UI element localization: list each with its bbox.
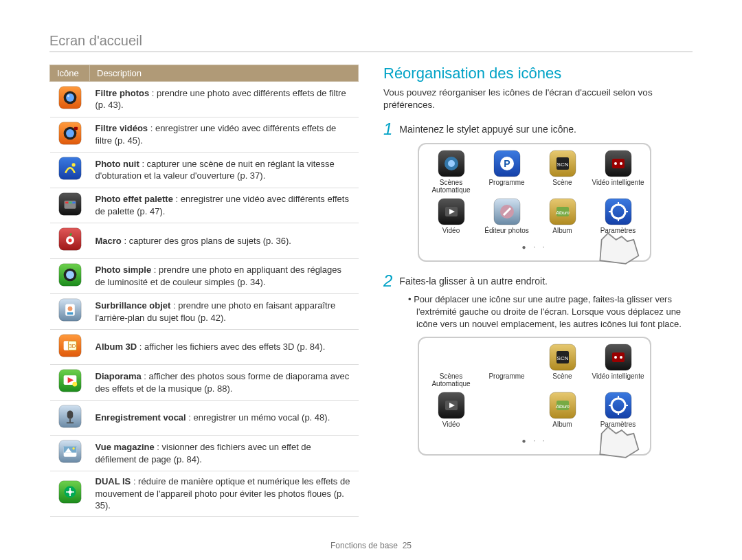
icon-table-column: Icône Description Filtre photos : prendr… (49, 65, 359, 517)
hand-pointer-icon (594, 418, 642, 460)
svg-rect-34 (67, 410, 73, 418)
svg-rect-55 (612, 159, 625, 168)
step-2-number: 2 (383, 273, 392, 289)
app-label: Vidéo intelligente (592, 372, 644, 386)
svg-point-3 (67, 95, 69, 97)
app-icon[interactable]: AlbumAlbum (536, 392, 589, 434)
svg-text:SCN: SCN (556, 161, 568, 168)
table-row: DUAL IS : réduire de manière optique et … (50, 471, 359, 517)
table-row: Vue magazine : visionner des fichiers av… (50, 436, 359, 471)
app-label: Vidéo (442, 227, 460, 240)
app-icon[interactable]: Programme (480, 344, 533, 388)
app-icon[interactable]: Scènes Automatique (425, 344, 477, 388)
svg-point-44 (68, 491, 71, 494)
app-icon[interactable]: Vidéo intelligente (592, 344, 644, 388)
step-1-text: Maintenez le stylet appuyé sur une icône… (399, 121, 576, 135)
section-title: Réorganisation des icônes (383, 65, 693, 82)
svg-point-2 (66, 93, 74, 102)
row-desc: Macro : capturer des gros plans de sujet… (90, 223, 359, 259)
app-label: Programme (488, 179, 524, 192)
row-icon (50, 117, 90, 153)
row-desc: Surbrillance objet : prendre une photo e… (90, 294, 359, 330)
svg-text:Album: Album (555, 404, 570, 409)
svg-point-17 (68, 238, 71, 242)
app-label: Scènes Automatique (425, 372, 477, 388)
table-row: Diaporama : afficher des photos sous for… (50, 365, 359, 401)
row-desc: Vue magazine : visionner des fichiers av… (90, 436, 359, 471)
table-row: Enregistrement vocal : enregistrer un mé… (50, 400, 359, 436)
table-row: Filtre vidéos : enregistrer une vidéo av… (50, 117, 359, 153)
step-2: 2 Faites-la glisser à un autre endroit. (383, 273, 693, 289)
mock-screen-2: Scènes AutomatiqueProgrammeSCNScèneVidéo… (418, 337, 651, 456)
app-icon[interactable]: Scènes Automatique (425, 150, 477, 194)
app-label: Album (552, 421, 572, 434)
svg-rect-24 (67, 313, 73, 315)
app-label: Scène (552, 179, 572, 192)
row-icon (50, 436, 90, 471)
svg-rect-12 (65, 201, 68, 203)
app-label: Scène (552, 372, 572, 386)
app-icon[interactable]: AlbumAlbum (536, 198, 589, 240)
row-desc: Album 3D : afficher les fichiers avec de… (90, 329, 359, 365)
row-icon (50, 400, 90, 436)
row-desc: Photo effet palette : enregistrer une vi… (90, 188, 359, 223)
hand-pointer-icon (594, 225, 642, 266)
app-label: Album (552, 227, 572, 240)
table-row: 3DAlbum 3D : afficher les fichiers avec … (50, 329, 359, 365)
svg-point-80 (620, 356, 622, 359)
mock-screen-1: Scènes AutomatiquePProgrammeSCNScèneVidé… (418, 143, 651, 262)
section-intro: Vous pouvez réorganiser les icônes de l'… (383, 87, 693, 111)
table-row: Surbrillance objet : prendre une photo e… (50, 294, 359, 330)
svg-rect-13 (69, 201, 71, 203)
row-icon (50, 82, 90, 117)
svg-rect-77 (612, 352, 625, 362)
app-label: Éditeur photos (484, 227, 529, 240)
svg-point-23 (67, 306, 72, 311)
row-desc: Photo simple : prendre une photo en appl… (90, 258, 359, 294)
row-desc: Filtre photos : prendre une photo avec d… (90, 82, 359, 117)
row-desc: Diaporama : afficher des photos sous for… (90, 365, 359, 401)
app-icon[interactable]: SCNScène (536, 150, 589, 194)
svg-point-9 (71, 163, 75, 166)
app-icon[interactable] (480, 392, 533, 434)
svg-rect-7 (74, 126, 77, 129)
row-icon (50, 471, 90, 517)
table-row: Macro : capturer des gros plans de sujet… (50, 223, 359, 259)
svg-text:3D: 3D (69, 343, 76, 349)
table-row: Photo effet palette : enregistrer une vi… (50, 188, 359, 223)
icon-description-table: Icône Description Filtre photos : prendr… (49, 65, 359, 517)
th-icon: Icône (50, 65, 90, 82)
svg-text:P: P (504, 158, 510, 169)
svg-rect-14 (72, 201, 75, 203)
app-icon[interactable]: SCNScène (536, 344, 589, 388)
svg-point-20 (66, 271, 74, 279)
svg-text:Album: Album (555, 210, 570, 215)
row-icon (50, 223, 90, 259)
step-2-sub: Pour déplacer une icône sur une autre pa… (408, 293, 693, 330)
svg-rect-36 (66, 422, 73, 423)
app-icon[interactable]: Éditeur photos (480, 198, 533, 240)
page-footer: Fonctions de base 25 (0, 541, 742, 550)
app-label: Vidéo (442, 421, 460, 434)
svg-point-79 (614, 356, 617, 359)
row-icon: 3D (50, 329, 90, 365)
row-desc: DUAL IS : réduire de manière optique et … (90, 471, 359, 517)
app-icon[interactable]: Vidéo (425, 392, 477, 434)
step-1: 1 Maintenez le stylet appuyé sur une icô… (383, 121, 693, 137)
svg-text:SCN: SCN (556, 355, 568, 361)
svg-rect-35 (69, 418, 71, 422)
svg-point-41 (72, 448, 74, 450)
app-icon[interactable]: Vidéo intelligente (592, 150, 644, 194)
step-1-number: 1 (383, 121, 392, 137)
app-icon[interactable]: Vidéo (425, 198, 477, 240)
svg-rect-56 (612, 157, 625, 159)
app-label: Vidéo intelligente (592, 179, 644, 192)
app-icon[interactable]: PProgramme (480, 150, 533, 194)
step-2-text: Faites-la glisser à un autre endroit. (399, 273, 548, 287)
app-label: Programme (488, 372, 524, 386)
table-row: Photo nuit : capturer une scène de nuit … (50, 153, 359, 188)
table-row: Photo simple : prendre une photo en appl… (50, 258, 359, 294)
row-icon (50, 365, 90, 401)
row-icon (50, 258, 90, 294)
th-desc: Description (90, 65, 359, 82)
